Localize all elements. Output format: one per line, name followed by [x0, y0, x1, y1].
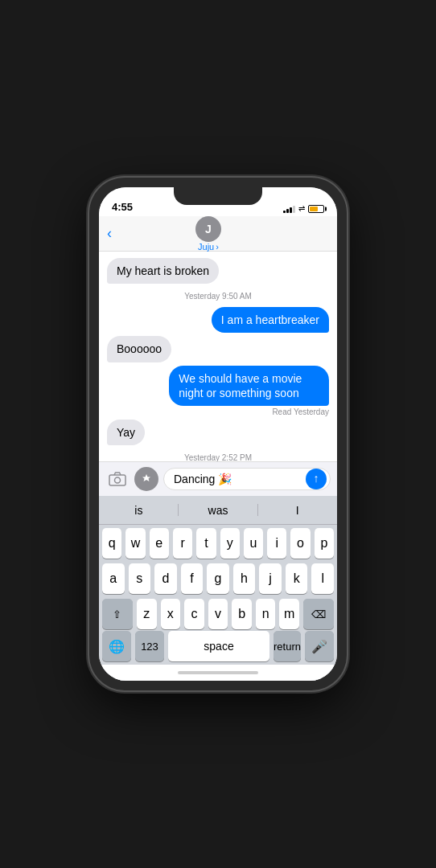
- key-j[interactable]: j: [259, 563, 282, 594]
- notch: [174, 187, 262, 205]
- svg-rect-0: [109, 475, 125, 485]
- message-text: Yay: [117, 426, 135, 439]
- key-row-2: a s d f g h j k l: [102, 563, 334, 594]
- send-arrow-icon: ↑: [314, 472, 319, 485]
- message-text: My heart is broken: [117, 264, 209, 277]
- message-bubble: My heart is broken: [107, 258, 219, 284]
- suggestion-1[interactable]: is: [99, 501, 179, 520]
- key-s[interactable]: s: [129, 563, 151, 594]
- contact-name: Juju ›: [198, 242, 219, 252]
- key-x[interactable]: x: [161, 599, 181, 629]
- key-y[interactable]: y: [220, 528, 240, 559]
- message-input-container[interactable]: Dancing 🎉 ↑: [163, 468, 331, 490]
- message-bubble: Yay: [107, 420, 145, 445]
- phone-screen: 4:55 ⇌ ‹ J Juju: [99, 187, 337, 681]
- message-row: Boooooo: [107, 336, 329, 362]
- status-icons: ⇌: [283, 204, 324, 213]
- message-row: I am a heartbreaker: [107, 307, 329, 333]
- key-w[interactable]: w: [125, 528, 145, 559]
- message-text: We should have a movie night or somethin…: [179, 372, 302, 399]
- key-c[interactable]: c: [184, 599, 204, 629]
- key-e[interactable]: e: [150, 528, 169, 559]
- camera-button[interactable]: [105, 467, 130, 491]
- avatar: J: [195, 216, 221, 242]
- home-bar: [178, 671, 258, 674]
- messages-area: My heart is broken Yesterday 9:50 AM I a…: [99, 252, 337, 461]
- key-p[interactable]: p: [315, 528, 334, 559]
- key-d[interactable]: d: [154, 563, 177, 594]
- key-f[interactable]: f: [181, 563, 204, 594]
- message-text: Boooooo: [117, 342, 162, 355]
- timestamp: Yesterday 2:52 PM: [107, 453, 329, 461]
- key-q[interactable]: q: [102, 528, 121, 559]
- globe-key[interactable]: 🌐: [102, 631, 131, 661]
- key-l[interactable]: l: [311, 563, 334, 594]
- microphone-key[interactable]: 🎤: [305, 631, 334, 661]
- keyboard-suggestions: is was I: [99, 496, 337, 525]
- phone-frame: 4:55 ⇌ ‹ J Juju: [89, 178, 347, 690]
- battery-icon: [308, 205, 324, 213]
- key-row-3: ⇧ z x c v b n m ⌫: [102, 599, 334, 629]
- key-z[interactable]: z: [137, 599, 157, 629]
- keyboard: is was I q w e r t y u i o p: [99, 496, 337, 681]
- key-t[interactable]: t: [196, 528, 216, 559]
- home-indicator: [99, 665, 337, 681]
- appstore-button[interactable]: [134, 467, 158, 491]
- battery-fill: [310, 207, 318, 211]
- status-time: 4:55: [112, 201, 133, 213]
- message-row: My heart is broken: [107, 258, 329, 284]
- key-i[interactable]: i: [267, 528, 286, 559]
- key-v[interactable]: v: [208, 599, 228, 629]
- signal-bar-4: [293, 206, 295, 213]
- space-key[interactable]: space: [168, 631, 269, 661]
- message-bubble: We should have a movie night or somethin…: [169, 366, 329, 406]
- back-chevron-icon: ‹: [107, 226, 112, 240]
- message-bubble: Boooooo: [107, 336, 171, 362]
- numbers-key[interactable]: 123: [135, 631, 164, 661]
- key-b[interactable]: b: [232, 599, 252, 629]
- timestamp: Yesterday 9:50 AM: [107, 292, 329, 301]
- key-m[interactable]: m: [279, 599, 299, 629]
- contact-info[interactable]: J Juju ›: [195, 216, 221, 252]
- key-h[interactable]: h: [233, 563, 256, 594]
- message-text: I am a heartbreaker: [221, 313, 319, 326]
- message-row: Yay: [107, 420, 329, 445]
- signal-bar-1: [283, 211, 286, 213]
- keyboard-bottom-row: 🌐 123 space return 🎤: [99, 631, 337, 665]
- wifi-icon: ⇌: [298, 204, 305, 213]
- key-g[interactable]: g: [207, 563, 229, 594]
- signal-icon: [283, 205, 295, 213]
- key-r[interactable]: r: [173, 528, 192, 559]
- message-bubble: I am a heartbreaker: [212, 307, 329, 333]
- shift-key[interactable]: ⇧: [102, 599, 133, 629]
- send-button[interactable]: ↑: [306, 469, 327, 489]
- backspace-key[interactable]: ⌫: [303, 599, 334, 629]
- suggestion-3[interactable]: I: [257, 501, 337, 520]
- input-area: Dancing 🎉 ↑: [99, 461, 337, 496]
- key-row-1: q w e r t y u i o p: [102, 528, 334, 559]
- key-o[interactable]: o: [290, 528, 310, 559]
- nav-bar: ‹ J Juju ›: [99, 216, 337, 252]
- svg-point-1: [115, 477, 121, 483]
- read-status: Read Yesterday: [272, 407, 329, 416]
- signal-bar-2: [286, 209, 289, 213]
- suggestion-2[interactable]: was: [179, 501, 258, 520]
- key-k[interactable]: k: [286, 563, 308, 594]
- message-input-value[interactable]: Dancing 🎉: [174, 473, 232, 485]
- back-button[interactable]: ‹: [107, 227, 112, 240]
- message-row: We should have a movie night or somethin…: [107, 366, 329, 416]
- key-u[interactable]: u: [244, 528, 263, 559]
- return-key[interactable]: return: [274, 631, 301, 661]
- signal-bar-3: [290, 207, 292, 213]
- key-a[interactable]: a: [102, 563, 125, 594]
- key-rows: q w e r t y u i o p a s d f g: [99, 525, 337, 631]
- key-n[interactable]: n: [256, 599, 276, 629]
